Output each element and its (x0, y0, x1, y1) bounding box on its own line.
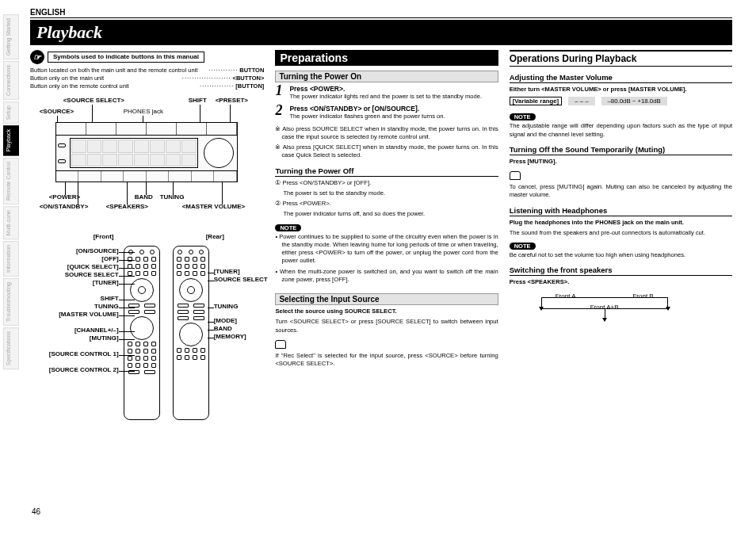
label-preset: <PRESET> (216, 97, 248, 104)
instruction-title: Select the source using SOURCE SELECT. (275, 308, 396, 315)
step-note: ※ Also press [QUICK SELECT] when in stan… (275, 143, 498, 160)
label-master-volume: <MASTER VOLUME> (182, 203, 246, 210)
instruction-detail: Turn <SOURCE SELECT> or press [SOURCE SE… (275, 318, 498, 334)
column-diagrams: ☞ Symbols used to indicate buttons in th… (30, 50, 264, 445)
remote-diagram: [Front] [Rear] (40, 231, 255, 445)
spk-label-b: Front B (632, 292, 653, 300)
step-body: The power indicator lights red and the p… (289, 93, 482, 101)
note-badge: NOTE (275, 224, 301, 231)
legend-row-text: Button only on the remote control unit (30, 82, 198, 90)
instruction: ② Press <POWER>. (275, 200, 498, 208)
legend-title: Symbols used to indicate buttons in this… (48, 52, 204, 63)
speaker-switch-diagram: Front A Front B Front A+B (510, 289, 700, 329)
page-number: 46 (32, 507, 40, 516)
range-dashes: – – – (568, 97, 594, 105)
subhead-headphones: Listening with Headphones (510, 206, 732, 216)
remote-front-graphic (124, 246, 160, 420)
legend-row-symbol: [BUTTON] (235, 82, 264, 90)
legend-box: ☞ Symbols used to indicate buttons in th… (30, 50, 264, 90)
instruction-title: Press [MUTING]. (510, 158, 557, 165)
remote-header-rear: [Rear] (206, 233, 224, 240)
manual-page: Getting Started Connections Setup Playba… (0, 0, 756, 535)
tab-multi-zone: Multi-zone (3, 206, 19, 239)
note-text: Be careful not to set the volume too hig… (510, 251, 732, 259)
subhead-power-on: Turning the Power On (275, 71, 498, 82)
remote-label: [QUICK SELECT] (67, 263, 119, 270)
label-speakers: <SPEAKERS> (106, 203, 148, 210)
subhead-front-speakers: Switching the front speakers (510, 266, 732, 276)
tab-specifications: Specifications (3, 327, 19, 369)
instruction-title: Press <SPEAKERS>. (510, 278, 570, 285)
step-number: 1 (275, 85, 286, 103)
remote-rear-graphic (173, 246, 209, 420)
remote-label: [OFF] (101, 255, 118, 262)
step-title: Press <ON/STANDBY> or [ON/SOURCE]. (289, 105, 419, 113)
instruction-title: Either turn <MASTER VOLUME> or press [MA… (510, 86, 687, 93)
label-source-select: <SOURCE SELECT> (63, 97, 124, 104)
column-operations: Operations During Playback Adjusting the… (510, 50, 732, 445)
section-preparations: Preparations (275, 50, 498, 66)
main-unit-diagram: <SOURCE SELECT> SHIFT <PRESET> <SOURCE> … (40, 97, 255, 224)
remote-label: [SOURCE CONTROL 1] (49, 350, 119, 357)
instruction-detail: The sound from the speakers and pre-out … (510, 229, 732, 237)
spk-label-ab: Front A+B (590, 304, 619, 311)
label-tuning: TUNING (160, 193, 185, 201)
tab-connections: Connections (3, 61, 19, 100)
subhead-power-off: Turning the Power Off (275, 166, 498, 177)
tip-icon (275, 340, 286, 349)
remote-label: [SOURCE CONTROL 2] (49, 366, 119, 373)
label-on-standby: <ON/STANDBY> (40, 203, 89, 210)
legend-row-symbol: BUTTON (239, 67, 264, 75)
remote-label: [MODE] (214, 317, 237, 324)
remote-header-front: [Front] (94, 233, 114, 240)
label-shift: SHIFT (189, 97, 207, 104)
language-label: ENGLISH (30, 8, 65, 17)
main-unit-graphic (55, 122, 238, 182)
remote-label: SHIFT (101, 295, 119, 302)
tab-setup: Setup (3, 101, 19, 124)
instruction: ① Press <ON/STANDBY> or [OFF]. (275, 179, 498, 187)
hand-icon: ☞ (30, 50, 44, 64)
legend-row-text: Button located on both the main unit and… (30, 67, 207, 75)
label-phones-jack: PHONES jack (124, 108, 163, 115)
note-text: The adjustable range will differ dependi… (510, 122, 732, 139)
tab-remote-control: Remote Control (3, 158, 19, 204)
remote-label: SOURCE SELECT (65, 271, 119, 278)
tip-icon (510, 171, 521, 180)
step-number: 2 (275, 105, 286, 123)
section-operations: Operations During Playback (510, 50, 732, 67)
remote-label: TUNING (94, 303, 119, 310)
instruction-detail: The power indicator turns off, and so do… (275, 210, 498, 218)
label-power: <POWER> (49, 193, 81, 201)
spk-label-a: Front A (556, 292, 576, 300)
instruction-detail: The power is set to the standby mode. (275, 189, 498, 197)
instruction-title: Plug the headphones into the PHONES jack… (510, 219, 684, 226)
column-preparations: Preparations Turning the Power On 1 Pres… (275, 50, 498, 445)
label-source: <SOURCE> (40, 108, 74, 115)
remote-label: [MEMORY] (214, 333, 246, 340)
remote-label: [TUNER] (214, 268, 240, 275)
note-badge: NOTE (510, 243, 536, 250)
variable-range-row: [Variable range] – – – –80.0dB ~ +18.0dB (510, 97, 732, 105)
remote-label: BAND (214, 325, 232, 332)
note-text: • Power continues to be supplied to some… (275, 233, 498, 266)
note-text: • When the multi-zone power is switched … (275, 268, 498, 285)
legend-row-text: Button only on the main unit (30, 75, 181, 82)
step-note: ※ Also press SOURCE SELECT when in stand… (275, 125, 498, 142)
page-title: Playback (36, 22, 726, 43)
tip-text: If "Rec Select" is selected for the inpu… (275, 352, 498, 369)
range-value: –80.0dB ~ +18.0dB (601, 97, 667, 105)
tab-playback: Playback (3, 125, 19, 155)
remote-label: TUNING (214, 303, 239, 310)
note-badge: NOTE (510, 113, 536, 120)
tip-text: To cancel, press [MUTING] again. Muting … (510, 183, 732, 200)
remote-label: [CHANNEL+/–] (74, 327, 119, 334)
subhead-adj-volume: Adjusting the Master Volume (510, 73, 732, 83)
legend-row-symbol: <BUTTON> (233, 75, 265, 82)
label-band: BAND (135, 193, 153, 201)
tab-information: Information (3, 241, 19, 277)
remote-label: [MASTER VOLUME] (59, 311, 119, 318)
remote-label: SOURCE SELECT (214, 276, 268, 283)
step-title: Press <POWER>. (289, 85, 345, 93)
tab-getting-started: Getting Started (3, 14, 19, 59)
